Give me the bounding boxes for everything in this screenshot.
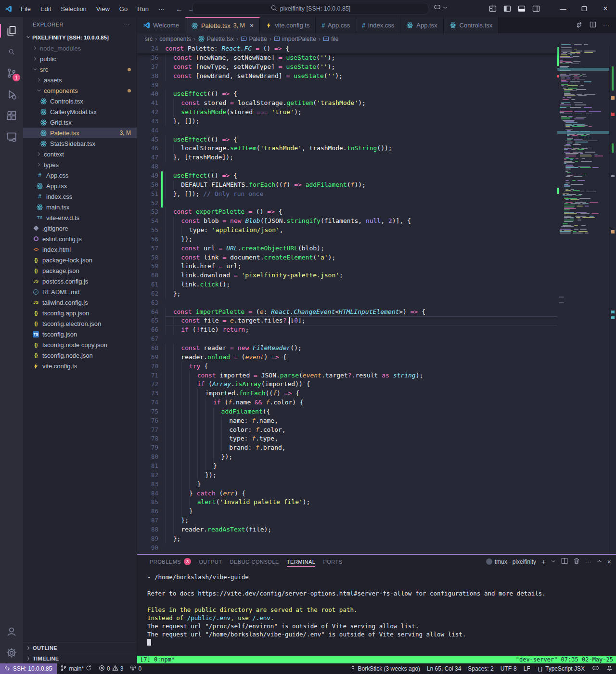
explorer-item-context[interactable]: context	[23, 149, 137, 159]
sidebar-item-run-debug[interactable]	[0, 84, 23, 105]
explorer-item-Grid.tsx[interactable]: Grid.tsx	[23, 117, 137, 128]
code-line-75[interactable]: 75 addFilament({	[137, 407, 557, 416]
code-line-66[interactable]: 66 if (!file) return;	[137, 325, 557, 335]
toggle-secondary-sidebar-icon[interactable]	[532, 5, 540, 13]
code-line-72[interactable]: 72 if (Array.isArray(imported)) {	[137, 380, 557, 389]
code-line-54[interactable]: 54 const blob = new Blob([JSON.stringify…	[137, 217, 557, 226]
explorer-item-GalleryModal.tsx[interactable]: GalleryModal.tsx	[23, 106, 137, 117]
sidebar-item-remote-explorer[interactable]	[0, 126, 23, 147]
code-line-64[interactable]: 64 const importPalette = (e: React.Chang…	[137, 308, 557, 317]
explorer-item-README.md[interactable]: iREADME.md	[23, 286, 137, 297]
explorer-item-Palette.tsx[interactable]: Palette.tsx3, M	[23, 128, 137, 138]
command-center-search[interactable]: pixelfinity [SSH: 10.0.0.85]	[192, 3, 428, 14]
explorer-item-App.css[interactable]: #App.css	[23, 170, 137, 181]
code-line-38[interactable]: 38 const [newBrand, setNewBrand] = useSt…	[137, 72, 557, 81]
code-line-70[interactable]: 70 try {	[137, 362, 557, 371]
sidebar-section-outline[interactable]: OUTLINE	[23, 642, 137, 653]
code-line-68[interactable]: 68 const reader = new FileReader();	[137, 344, 557, 353]
workspace-root-folder[interactable]: PIXELFINITY [SSH: 10.0.0.85]	[23, 32, 137, 43]
code-line-40[interactable]: 40 useEffect(() => {	[137, 90, 557, 99]
panel-more-actions-icon[interactable]: ···	[585, 558, 591, 565]
toggle-panel-icon[interactable]	[518, 5, 526, 13]
code-line-84[interactable]: 84 } catch (err) {	[137, 489, 557, 498]
code-line-44[interactable]: 44	[137, 126, 557, 135]
close-button[interactable]: ×	[595, 0, 616, 17]
code-line-48[interactable]: 48	[137, 162, 557, 171]
explorer-item-index.css[interactable]: #index.css	[23, 191, 137, 202]
nav-back-icon[interactable]: ←	[176, 5, 183, 13]
code-line-58[interactable]: 58 const link = document.createElement('…	[137, 253, 557, 262]
sidebar-item-source-control[interactable]: 1	[0, 63, 23, 84]
menu-item-selection[interactable]: Selection	[56, 4, 90, 14]
code-line-78[interactable]: 78 type: f.type,	[137, 434, 557, 443]
code-line-71[interactable]: 71 const imported = JSON.parse(event.tar…	[137, 371, 557, 380]
copilot-status-item[interactable]	[588, 663, 603, 674]
git-blame-item[interactable]: BorkStick (3 weeks ago)	[346, 663, 424, 674]
code-line-41[interactable]: 41 const stored = localStorage.getItem('…	[137, 99, 557, 108]
explorer-item-src[interactable]: src	[23, 64, 137, 75]
code-line-46[interactable]: 46 localStorage.setItem('trashMode', tra…	[137, 144, 557, 153]
code-editor[interactable]: 24const Palette: React.FC = () => { 36 c…	[137, 44, 616, 554]
open-changes-icon[interactable]	[576, 21, 583, 30]
panel-tab-debug-console[interactable]: DEBUG CONSOLE	[226, 555, 282, 569]
kill-terminal-icon[interactable]	[573, 557, 580, 566]
code-line-77[interactable]: 77 color: f.color,	[137, 426, 557, 435]
toggle-sidebar-icon[interactable]	[503, 5, 511, 13]
explorer-item-vite.config.ts[interactable]: vite.config.ts	[23, 361, 137, 371]
menu-item-[interactable]: ···	[154, 4, 169, 14]
explorer-item-components[interactable]: components	[23, 85, 137, 96]
split-editor-icon[interactable]	[590, 21, 596, 29]
language-mode-item[interactable]: {} TypeScript JSX	[534, 663, 588, 674]
explorer-item-tsconfig.electron.json[interactable]: {}tsconfig.electron.json	[23, 318, 137, 329]
breadcrumb-item-components[interactable]: components	[159, 36, 191, 42]
explorer-item-tsconfig.node.json[interactable]: {}tsconfig.node.json	[23, 350, 137, 361]
breadcrumb-item-src[interactable]: src	[145, 36, 153, 42]
code-line-56[interactable]: 56 });	[137, 235, 557, 244]
code-line-62[interactable]: 62 };	[137, 289, 557, 298]
breadcrumb-item-file[interactable]: file	[323, 36, 338, 42]
explorer-item-tsconfig.app.json[interactable]: {}tsconfig.app.json	[23, 308, 137, 318]
cursor-position-item[interactable]: Ln 65, Col 34	[424, 663, 464, 674]
explorer-item-assets[interactable]: assets	[23, 75, 137, 85]
code-line-88[interactable]: 88 reader.readAsText(file);	[137, 525, 557, 534]
code-line-57[interactable]: 57 const url = URL.createObjectURL(blob)…	[137, 244, 557, 253]
code-line-85[interactable]: 85 alert('Invalid palette file');	[137, 498, 557, 507]
sidebar-item-search[interactable]	[0, 41, 23, 63]
menu-item-go[interactable]: Go	[115, 4, 132, 14]
code-line-63[interactable]: 63	[137, 298, 557, 308]
new-terminal-icon[interactable]: +	[541, 557, 546, 566]
menu-item-edit[interactable]: Edit	[36, 4, 55, 14]
explorer-item-main.tsx[interactable]: main.tsx	[23, 202, 137, 212]
tab-Palette.tsx[interactable]: Palette.tsx3, M×	[185, 17, 260, 33]
explorer-item-package-lock.json[interactable]: {}package-lock.json	[23, 255, 137, 265]
explorer-item-.gitignore[interactable]: .gitignore	[23, 223, 137, 233]
tab-index.css[interactable]: #index.css	[356, 17, 400, 33]
explorer-item-postcss.config.js[interactable]: JSpostcss.config.js	[23, 276, 137, 286]
maximize-panel-icon[interactable]	[597, 558, 602, 565]
editor-more-actions-icon[interactable]: ···	[603, 22, 609, 29]
maximize-button[interactable]	[574, 0, 595, 17]
code-line-69[interactable]: 69 reader.onload = (event) => {	[137, 353, 557, 362]
problems-item[interactable]: 0 3	[95, 663, 127, 674]
customize-layout-icon[interactable]	[489, 5, 497, 13]
code-line-80[interactable]: 80 });	[137, 453, 557, 462]
explorer-item-Controls.tsx[interactable]: Controls.tsx	[23, 96, 137, 106]
code-line-43[interactable]: 43 }, []);	[137, 117, 557, 126]
code-line-82[interactable]: 82 });	[137, 471, 557, 480]
code-line-51[interactable]: 51 }, []); // Only run once	[137, 190, 557, 199]
code-line-90[interactable]: 90	[137, 544, 557, 553]
code-line-37[interactable]: 37 const [newType, setNewType] = useStat…	[137, 63, 557, 72]
explorer-item-tsconfig.node_copy.json[interactable]: {}tsconfig.node copy.json	[23, 339, 137, 350]
explorer-more-actions-icon[interactable]: ···	[124, 22, 130, 27]
breadcrumb-item-Palette[interactable]: Palette	[241, 36, 267, 42]
code-line-45[interactable]: 45 useEffect(() => {	[137, 135, 557, 144]
code-line-49[interactable]: 49 useEffect(() => {	[137, 171, 557, 181]
sidebar-item-extensions[interactable]	[0, 105, 23, 126]
explorer-item-App.tsx[interactable]: App.tsx	[23, 181, 137, 191]
code-line-50[interactable]: 50 DEFAULT_FILAMENTS.forEach((f) => addF…	[137, 181, 557, 190]
minimize-button[interactable]: —	[552, 0, 574, 17]
panel-tab-output[interactable]: OUTPUT	[195, 555, 226, 569]
sidebar-item-settings[interactable]	[0, 642, 23, 663]
sidebar-item-account[interactable]	[0, 621, 23, 642]
panel-tab-ports[interactable]: PORTS	[319, 555, 346, 569]
